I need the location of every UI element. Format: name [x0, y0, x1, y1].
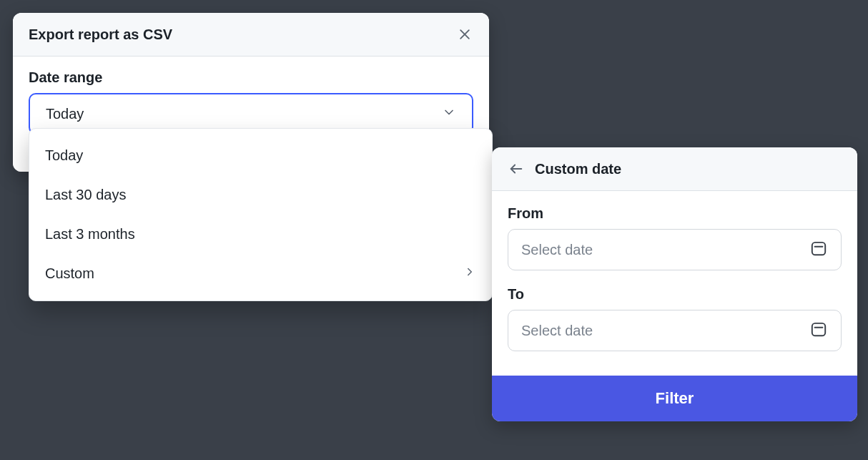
- close-icon: [458, 27, 472, 41]
- dropdown-option-label: Last 3 months: [45, 226, 135, 243]
- from-date-input[interactable]: Select date: [508, 229, 842, 270]
- svg-rect-3: [812, 243, 825, 255]
- custom-date-body: From Select date To Select date: [492, 191, 857, 376]
- dropdown-option-last-3-months[interactable]: Last 3 months: [29, 215, 492, 254]
- filter-button[interactable]: Filter: [492, 376, 857, 421]
- date-range-label: Date range: [29, 69, 473, 86]
- dropdown-option-label: Last 30 days: [45, 187, 126, 203]
- export-modal-header: Export report as CSV: [13, 13, 489, 57]
- date-range-selected-value: Today: [46, 106, 84, 122]
- close-button[interactable]: [456, 26, 473, 43]
- to-date-input[interactable]: Select date: [508, 310, 842, 351]
- filter-button-label: Filter: [656, 389, 694, 408]
- from-label: From: [508, 205, 842, 222]
- export-report-modal: Export report as CSV Date range Today To…: [13, 13, 489, 172]
- dropdown-option-today[interactable]: Today: [29, 136, 492, 175]
- to-label: To: [508, 286, 842, 303]
- export-modal-body: Date range Today Today Last 30 days Last…: [13, 57, 489, 172]
- from-date-placeholder: Select date: [521, 242, 593, 258]
- chevron-right-icon: [463, 265, 476, 282]
- calendar-icon: [809, 239, 828, 260]
- to-field-group: To Select date: [508, 286, 842, 351]
- date-range-dropdown: Today Last 30 days Last 3 months Custom: [29, 128, 493, 301]
- custom-date-header: Custom date: [492, 147, 857, 191]
- calendar-icon: [809, 320, 828, 341]
- to-date-placeholder: Select date: [521, 323, 593, 339]
- custom-date-modal: Custom date From Select date To Select d…: [492, 147, 857, 421]
- from-field-group: From Select date: [508, 205, 842, 270]
- svg-rect-5: [812, 323, 825, 336]
- dropdown-option-custom[interactable]: Custom: [29, 254, 492, 293]
- export-modal-title: Export report as CSV: [29, 26, 172, 43]
- dropdown-option-last-30-days[interactable]: Last 30 days: [29, 175, 492, 215]
- dropdown-option-label: Custom: [45, 265, 94, 282]
- back-button[interactable]: [508, 160, 525, 177]
- chevron-down-icon: [442, 105, 456, 122]
- dropdown-option-label: Today: [45, 147, 83, 164]
- arrow-left-icon: [508, 161, 524, 177]
- custom-date-title: Custom date: [535, 161, 621, 177]
